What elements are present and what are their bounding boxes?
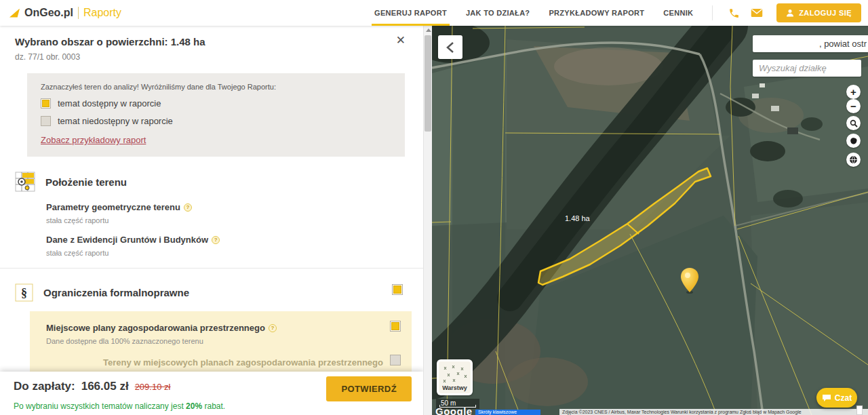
map-attribution: Zdjęcia ©2023 CNES / Airbus, Maxar Techn… [559,409,868,415]
section-polozenie-terenu: Położenie terenu Parametry geometryczne … [0,172,423,269]
price-value: 166.05 zł [81,380,129,393]
zoom-in-button[interactable]: + [846,85,861,99]
selected-area-title: Wybrano obszar o powierzchni: 1.48 ha [15,36,408,47]
nav-przykladowy-raport[interactable]: PRZYKŁADOWY RAPORT [549,0,644,26]
magnifier-icon [850,119,858,127]
help-icon[interactable]: ? [184,203,192,212]
highlighted-topic-block: Miejscowe plany zagospodarowania przestr… [30,311,412,378]
chevron-left-icon [446,41,455,54]
nav-generuj-raport[interactable]: GENERUJ RAPORT [374,0,447,26]
pay-label: Do zapłaty: [14,380,75,393]
parcel-id-subtitle: dz. 77/1 obr. 0003 [15,52,408,62]
product-name: Raporty [83,7,121,19]
close-icon[interactable]: ✕ [396,35,406,46]
brand-triangle-icon [9,9,20,18]
map-area[interactable]: 1.48 ha 1.48 ha , powiat ostr + − [432,26,868,415]
legend-unavailable-label: temat niedostępny w raporcie [58,116,173,126]
brand-name: OnGeo.pl [24,7,73,19]
panel-scrollbar[interactable] [423,26,432,415]
legend-available-checkbox [41,98,51,108]
map-location-icon [15,172,35,192]
legend-available-label: temat dostępny w raporcie [58,98,161,108]
magnifier-button[interactable] [846,116,861,130]
area-label: 1.48 ha [565,214,591,222]
globe-icon [849,155,858,164]
globe-layers-button[interactable] [846,153,861,167]
google-logo: Google [435,406,473,415]
mail-icon[interactable] [745,0,768,26]
extent-poland-button[interactable] [846,134,861,148]
report-config-panel: Wybrano obszar o powierzchni: 1.48 ha dz… [0,26,432,415]
paragraph-icon: § [15,283,33,302]
location-search-input[interactable]: , powiat ostr [753,35,868,52]
phone-icon[interactable] [722,0,745,26]
brand-logo[interactable]: OnGeo.pl Raporty [9,7,121,19]
layers-button[interactable]: Warstwy [437,359,473,395]
section-checkbox[interactable] [392,284,403,295]
item-checkbox-disabled [390,355,401,365]
payment-footer: Do zapłaty: 166.05 zł 209.10 zł Po wybra… [0,372,423,415]
header-divider [712,5,713,20]
svg-text:§: § [21,286,27,300]
parcel-search-input[interactable] [753,60,861,77]
nav-jak-to-dziala[interactable]: JAK TO DZIAŁA? [466,0,530,26]
scrollbar-thumb[interactable] [425,35,431,132]
satellite-map[interactable]: 1.48 ha 1.48 ha [432,26,868,415]
collapse-panel-button[interactable] [438,35,462,59]
item-tereny-mpzp[interactable]: Tereny w miejscowych planach zagospodaro… [103,356,401,368]
login-button[interactable]: ZALOGUJ SIĘ [776,3,861,22]
item-ewidencja-gruntow[interactable]: Dane z Ewidencji Gruntów i Budynków? sta… [0,224,423,257]
layers-label: Warstwy [439,384,471,391]
section-divider [0,268,423,269]
legend-info-box: Zaznaczyłeś teren do analizy! Wyróżniliś… [27,73,405,157]
confirm-button[interactable]: POTWIERDŹ [326,376,412,401]
help-icon[interactable]: ? [269,324,277,332]
keyboard-shortcuts-link[interactable]: Skróty klawiszowe [475,410,540,415]
item-checkbox[interactable] [390,321,401,332]
poland-outline-icon [850,137,858,145]
active-tab-underline [372,24,450,26]
zoom-out-button[interactable]: − [846,99,861,113]
chat-button[interactable]: Czat [816,388,857,408]
widget-sliver [856,406,863,415]
chat-bubble-icon [822,394,831,402]
item-parametry-geometryczne[interactable]: Parametry geometryczne terenu? stała czę… [0,192,423,224]
help-icon[interactable]: ? [212,236,220,244]
sample-report-link[interactable]: Zobacz przykładowy raport [41,135,146,145]
discount-percent: 20% [186,401,202,411]
nav-cennik[interactable]: CENNIK [663,0,693,26]
top-header: OnGeo.pl Raporty GENERUJ RAPORT JAK TO D… [0,0,868,26]
layers-thumbnail: Warstwy [439,361,471,393]
legend-intro-text: Zaznaczyłeś teren do analizy! Wyróżniliś… [41,83,391,91]
discount-note: Po wybraniu wszystkich tematów naliczany… [14,401,225,411]
old-price-value: 209.10 zł [135,382,171,392]
scroll-up-arrow-icon[interactable] [426,28,431,32]
item-mpzp[interactable]: Miejscowe plany zagospodarowania przestr… [30,313,412,345]
logo-divider [78,7,79,19]
legend-unavailable-checkbox [41,116,51,126]
